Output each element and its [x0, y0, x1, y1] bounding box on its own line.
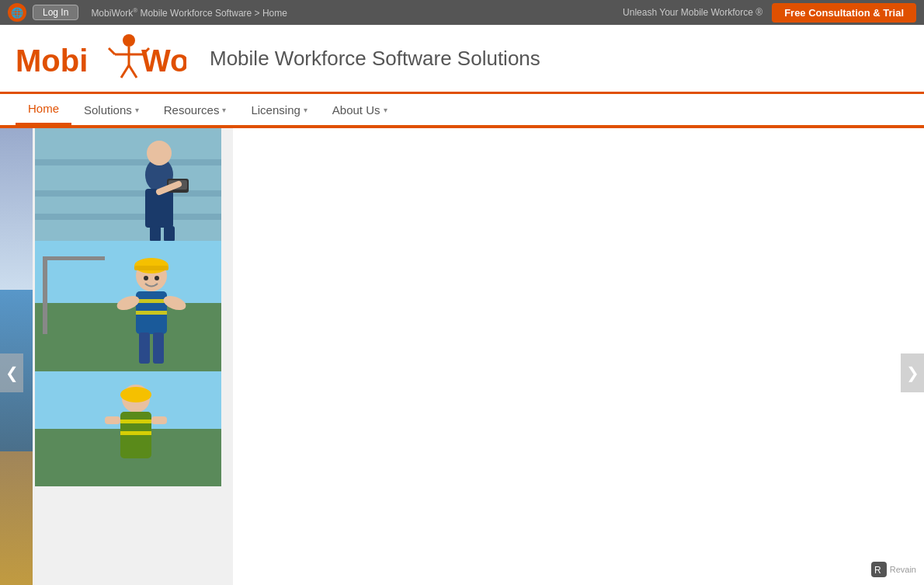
svg-point-40: [120, 387, 151, 402]
logo-area: Mobi Work: [16, 31, 186, 85]
svg-line-4: [121, 65, 129, 78]
svg-line-6: [109, 48, 115, 54]
top-bar-left: 🌐 Log In MobiWork® Mobile Workforce Soft…: [8, 3, 287, 22]
nav-item-resources[interactable]: Resources ▾: [151, 96, 239, 124]
thumbnail-1[interactable]: [35, 128, 221, 241]
svg-rect-11: [35, 190, 221, 197]
svg-rect-42: [120, 420, 151, 423]
svg-rect-44: [105, 416, 120, 424]
navigation: Home Solutions ▾ Resources ▾ Licensing ▾…: [0, 94, 924, 128]
svg-point-35: [144, 276, 148, 280]
svg-rect-12: [35, 214, 221, 220]
main-slide: [233, 128, 924, 585]
site-title: Mobile Workforce Software Solutions: [210, 47, 540, 71]
svg-rect-9: [35, 128, 221, 241]
breadcrumb: MobiWork® Mobile Workforce Software > Ho…: [91, 7, 287, 19]
top-bar-right: Unleash Your Mobile Workforce ® Free Con…: [623, 3, 916, 23]
globe-icon[interactable]: 🌐: [8, 3, 26, 22]
nav-item-solutions[interactable]: Solutions ▾: [71, 96, 151, 124]
prev-arrow[interactable]: ❮: [0, 353, 23, 392]
svg-text:Work: Work: [141, 44, 186, 78]
login-button[interactable]: Log In: [33, 5, 78, 20]
chevron-down-icon: ▾: [304, 106, 307, 114]
revain-logo: R: [871, 562, 887, 577]
svg-line-5: [129, 65, 137, 78]
chevron-down-icon: ▾: [222, 106, 226, 114]
svg-rect-43: [120, 431, 151, 435]
nav-item-home[interactable]: Home: [16, 94, 71, 125]
svg-rect-10: [35, 159, 221, 165]
svg-point-1: [123, 34, 135, 47]
chevron-down-icon: ▾: [384, 106, 387, 114]
header: Mobi Work Mobile Workforce Software Solu…: [0, 25, 924, 94]
top-bar: 🌐 Log In MobiWork® Mobile Workforce Soft…: [0, 0, 924, 25]
slider-thumbnails: [0, 128, 233, 585]
svg-point-36: [155, 276, 159, 280]
thumbnail-3[interactable]: [35, 371, 221, 486]
svg-point-14: [147, 141, 172, 165]
svg-text:R: R: [874, 565, 881, 576]
next-arrow[interactable]: ❯: [901, 353, 924, 392]
thumbnail-2[interactable]: [35, 241, 221, 371]
svg-rect-23: [43, 256, 47, 334]
svg-rect-33: [139, 333, 150, 364]
slider-area: ❮ ❯: [0, 128, 924, 585]
svg-rect-45: [151, 416, 167, 424]
svg-rect-27: [134, 266, 168, 270]
svg-rect-19: [150, 226, 161, 241]
svg-rect-22: [35, 303, 221, 371]
svg-rect-20: [164, 226, 175, 241]
cta-button[interactable]: Free Consultation & Trial: [772, 3, 916, 23]
svg-rect-34: [153, 333, 164, 364]
logo[interactable]: Mobi Work: [16, 31, 186, 85]
nav-item-licensing[interactable]: Licensing ▾: [238, 96, 319, 124]
revain-watermark: R Revain: [871, 562, 916, 577]
svg-rect-30: [136, 311, 167, 315]
revain-label: Revain: [890, 565, 916, 574]
tagline: Unleash Your Mobile Workforce ®: [623, 7, 762, 18]
nav-item-about[interactable]: About Us ▾: [320, 96, 400, 124]
chevron-down-icon: ▾: [135, 106, 139, 114]
svg-rect-24: [43, 256, 105, 260]
svg-rect-29: [136, 299, 167, 303]
svg-text:Mobi: Mobi: [16, 44, 88, 78]
